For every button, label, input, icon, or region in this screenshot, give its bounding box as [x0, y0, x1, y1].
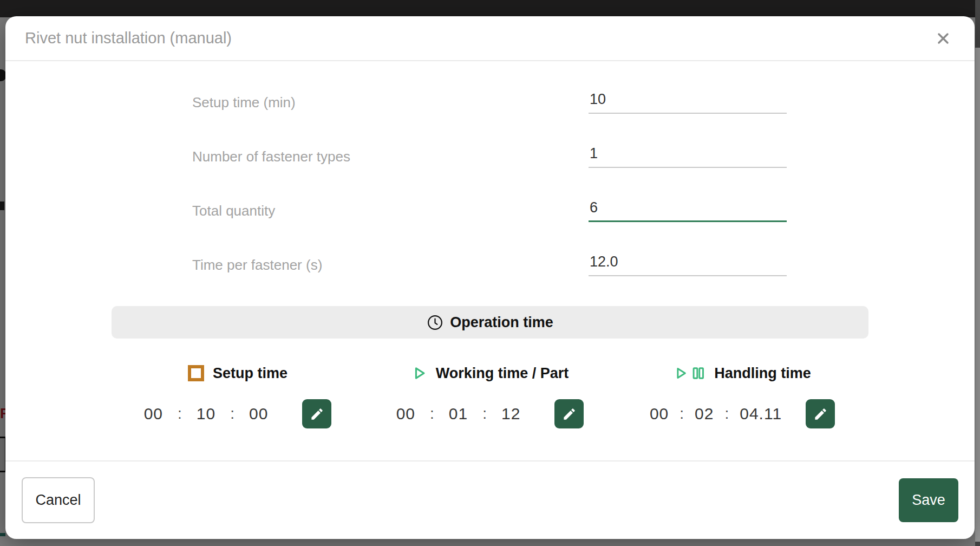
stop-square-icon [188, 365, 204, 381]
edit-working-time-button[interactable] [554, 399, 584, 428]
scrollbar-track [975, 0, 980, 546]
timer-seconds: 04.11 [740, 405, 782, 423]
timers-section: Setup time 00 : 10 : 00 [112, 362, 868, 428]
close-button[interactable] [931, 27, 955, 50]
timer-name: Working time / Part [436, 365, 569, 382]
timer-head: Handling time [674, 362, 811, 384]
timer-separator: : [482, 405, 487, 422]
field-row-fastener-types: Number of fastener types [5, 129, 975, 184]
close-icon [935, 41, 952, 49]
cancel-button[interactable]: Cancel [22, 477, 95, 523]
timer-name: Handling time [714, 365, 811, 382]
field-row-setup-time: Setup time (min) [5, 75, 975, 129]
timer-name: Setup time [213, 365, 288, 382]
timer-value-row: 00 : 10 : 00 [144, 399, 332, 428]
operation-time-header: Operation time [112, 306, 868, 339]
timer-seconds: 12 [501, 405, 520, 423]
timer-separator: : [230, 405, 234, 422]
time-per-fastener-input[interactable] [589, 253, 787, 276]
timer-working-time: Working time / Part 00 : 01 : 12 [364, 362, 616, 428]
timer-separator: : [430, 405, 434, 422]
edit-handling-time-button[interactable] [806, 399, 835, 428]
timer-handling-time: Handling time 00 : 02 : 04.11 [616, 362, 868, 428]
scrollbar-thumb[interactable] [975, 48, 980, 542]
total-quantity-input[interactable] [589, 199, 787, 222]
setup-time-input[interactable] [589, 91, 787, 114]
timer-minutes: 01 [449, 405, 468, 423]
timer-head: Working time / Part [411, 362, 569, 384]
field-label: Time per fastener (s) [192, 257, 589, 274]
timer-minutes: 02 [695, 405, 714, 423]
dialog-header: Rivet nut installation (manual) [5, 16, 975, 61]
save-button[interactable]: Save [899, 478, 958, 522]
field-label: Total quantity [192, 203, 589, 219]
pencil-icon [562, 407, 577, 421]
clock-icon [427, 314, 443, 331]
timer-hours: 00 [144, 405, 163, 423]
dialog-body: Setup time (min) Number of fastener type… [5, 61, 975, 460]
timer-hours: 00 [650, 405, 669, 423]
dialog-title: Rivet nut installation (manual) [25, 29, 232, 47]
play-icon [411, 365, 427, 382]
timer-hours: 00 [396, 405, 415, 423]
operation-time-label: Operation time [450, 314, 553, 331]
field-row-total-quantity: Total quantity [5, 184, 975, 238]
timer-separator: : [680, 405, 684, 422]
pencil-icon [310, 407, 324, 421]
field-label: Setup time (min) [192, 94, 589, 111]
fastener-types-input[interactable] [589, 145, 787, 168]
field-row-time-per-fastener: Time per fastener (s) [5, 238, 975, 292]
field-label: Number of fastener types [192, 148, 589, 165]
timer-head: Setup time [188, 362, 288, 384]
rivet-nut-installation-dialog: Rivet nut installation (manual) Setup ti… [5, 16, 975, 539]
play-pause-icon [674, 365, 705, 382]
timer-separator: : [178, 405, 182, 422]
pencil-icon [813, 407, 828, 421]
timer-minutes: 10 [197, 405, 215, 423]
timer-value-row: 00 : 02 : 04.11 [650, 399, 835, 428]
timer-setup-time: Setup time 00 : 10 : 00 [112, 362, 364, 428]
timer-seconds: 00 [249, 405, 268, 423]
timer-separator: : [724, 405, 729, 422]
timer-value-row: 00 : 01 : 12 [396, 399, 584, 428]
edit-setup-time-button[interactable] [302, 399, 331, 428]
dialog-footer: Cancel Save [5, 460, 975, 539]
